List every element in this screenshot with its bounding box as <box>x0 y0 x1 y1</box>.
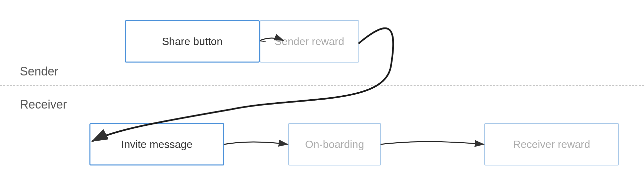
receiver-label: Receiver <box>20 98 67 112</box>
sender-reward-label: Sender reward <box>275 35 344 48</box>
receiver-reward-box: Receiver reward <box>484 123 619 165</box>
onboarding-box: On-boarding <box>288 123 381 165</box>
diagram-container: Sender Receiver Share button Sender rewa… <box>0 0 644 184</box>
sender-receiver-divider <box>0 85 644 86</box>
onboarding-label: On-boarding <box>305 138 364 151</box>
receiver-reward-label: Receiver reward <box>513 138 590 151</box>
share-button-box: Share button <box>125 20 260 63</box>
share-button-label: Share button <box>162 35 223 48</box>
sender-reward-box: Sender reward <box>260 20 359 63</box>
invite-message-label: Invite message <box>121 138 192 151</box>
sender-label: Sender <box>20 65 58 78</box>
invite-message-box: Invite message <box>89 123 224 165</box>
